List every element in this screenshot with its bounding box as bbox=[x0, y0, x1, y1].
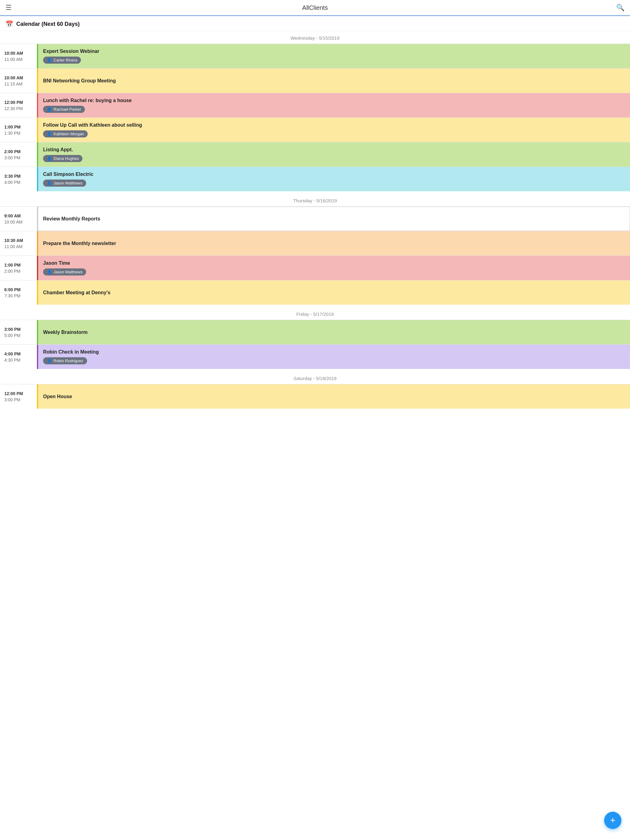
event-content: Robin Check in Meeting👤Robin Rodriguez bbox=[37, 345, 630, 369]
contact-name: Carter Rivera bbox=[54, 58, 77, 62]
end-time: 11:00 AM bbox=[4, 244, 33, 249]
event-time: 1:00 PM2:00 PM bbox=[0, 256, 37, 280]
end-time: 2:00 PM bbox=[4, 269, 33, 274]
event-row[interactable]: 4:00 PM4:30 PMRobin Check in Meeting👤Rob… bbox=[0, 344, 630, 369]
person-icon: 👤 bbox=[47, 270, 52, 274]
event-title: Chamber Meeting at Denny's bbox=[43, 290, 625, 295]
end-time: 4:30 PM bbox=[4, 358, 33, 363]
end-time: 4:00 PM bbox=[4, 180, 33, 185]
contact-name: Diana Hughes bbox=[54, 156, 79, 161]
event-time: 12:00 PM12:30 PM bbox=[0, 93, 37, 117]
start-time: 10:30 AM bbox=[4, 238, 33, 243]
end-time: 1:30 PM bbox=[4, 131, 33, 136]
end-time: 7:30 PM bbox=[4, 293, 33, 298]
end-time: 3:00 PM bbox=[4, 155, 33, 160]
calendar-icon: 📅 bbox=[6, 20, 13, 28]
event-row[interactable]: 10:00 AM11:15 AMBNI Networking Group Mee… bbox=[0, 68, 630, 93]
contact-name: Rachael Parker bbox=[54, 107, 81, 112]
event-row[interactable]: 3:00 PM5:00 PMWeekly Brainstorm bbox=[0, 320, 630, 344]
event-time: 3:30 PM4:00 PM bbox=[0, 167, 37, 191]
contact-badge[interactable]: 👤Diana Hughes bbox=[43, 155, 82, 162]
contact-badge[interactable]: 👤Kathleen Morgan bbox=[43, 130, 88, 137]
event-content: Jason Time👤Jason Matthews bbox=[37, 256, 630, 280]
start-time: 12:00 PM bbox=[4, 100, 33, 105]
event-content: BNI Networking Group Meeting bbox=[37, 69, 630, 93]
header: ☰ AllClients 🔍 bbox=[0, 0, 630, 16]
contact-name: Kathleen Morgan bbox=[54, 132, 84, 136]
start-time: 3:00 PM bbox=[4, 327, 33, 332]
event-content: Open House bbox=[37, 384, 630, 409]
contact-badge[interactable]: 👤Jason Matthews bbox=[43, 268, 86, 275]
event-title: Jason Time bbox=[43, 261, 625, 266]
page-title-bar: 📅 Calendar (Next 60 Days) bbox=[0, 16, 630, 31]
day-header: Thursday - 5/16/2019 bbox=[0, 194, 630, 206]
start-time: 2:00 PM bbox=[4, 149, 33, 154]
event-content: Chamber Meeting at Denny's bbox=[37, 280, 630, 305]
start-time: 1:00 PM bbox=[4, 125, 33, 129]
event-title: Lunch with Rachel re: buying a house bbox=[43, 98, 625, 103]
contact-name: Jason Matthews bbox=[54, 181, 82, 185]
event-time: 10:00 AM11:00 AM bbox=[0, 44, 37, 68]
event-content: Prepare the Monthly newsletter bbox=[37, 231, 630, 256]
event-time: 4:00 PM4:30 PM bbox=[0, 345, 37, 369]
event-title: Review Monthly Reports bbox=[43, 216, 625, 222]
menu-icon[interactable]: ☰ bbox=[6, 4, 15, 12]
event-content: Expert Session Webinar👤Carter Rivera bbox=[37, 44, 630, 68]
event-content: Listing Appt.👤Diana Hughes bbox=[37, 142, 630, 167]
event-title: BNI Networking Group Meeting bbox=[43, 78, 625, 84]
person-icon: 👤 bbox=[47, 132, 52, 136]
person-icon: 👤 bbox=[47, 58, 52, 62]
contact-badge[interactable]: 👤Carter Rivera bbox=[43, 57, 81, 64]
event-row[interactable]: 10:30 AM11:00 AMPrepare the Monthly news… bbox=[0, 231, 630, 256]
event-title: Follow Up Call with Kathleen about selli… bbox=[43, 122, 625, 128]
contact-badge[interactable]: 👤Jason Matthews bbox=[43, 180, 86, 186]
start-time: 10:00 AM bbox=[4, 51, 33, 56]
event-row[interactable]: 6:00 PM7:30 PMChamber Meeting at Denny's bbox=[0, 280, 630, 305]
event-row[interactable]: 9:00 AM10:00 AMReview Monthly Reports bbox=[0, 206, 630, 231]
event-time: 3:00 PM5:00 PM bbox=[0, 320, 37, 344]
start-time: 6:00 PM bbox=[4, 287, 33, 292]
contact-badge[interactable]: 👤Robin Rodriguez bbox=[43, 357, 87, 364]
start-time: 1:00 PM bbox=[4, 262, 33, 267]
event-row[interactable]: 3:30 PM4:00 PMCall Simpson Electric👤Jaso… bbox=[0, 167, 630, 191]
search-icon[interactable]: 🔍 bbox=[615, 4, 624, 12]
end-time: 11:15 AM bbox=[4, 82, 33, 87]
calendar-container: Wednesday - 5/15/201910:00 AM11:00 AMExp… bbox=[0, 31, 630, 409]
person-icon: 👤 bbox=[47, 181, 52, 185]
event-row[interactable]: 2:00 PM3:00 PMListing Appt.👤Diana Hughes bbox=[0, 142, 630, 167]
app-title: AllClients bbox=[15, 4, 615, 11]
page-title: Calendar (Next 60 Days) bbox=[16, 21, 80, 27]
day-header: Saturday - 5/18/2019 bbox=[0, 371, 630, 384]
event-row[interactable]: 12:00 PM3:00 PMOpen House bbox=[0, 384, 630, 409]
event-row[interactable]: 1:00 PM1:30 PMFollow Up Call with Kathle… bbox=[0, 117, 630, 142]
event-title: Weekly Brainstorm bbox=[43, 330, 625, 335]
start-time: 12:00 PM bbox=[4, 391, 33, 396]
event-time: 1:00 PM1:30 PM bbox=[0, 118, 37, 142]
event-row[interactable]: 10:00 AM11:00 AMExpert Session Webinar👤C… bbox=[0, 44, 630, 68]
end-time: 5:00 PM bbox=[4, 333, 33, 338]
day-header: Wednesday - 5/15/2019 bbox=[0, 31, 630, 44]
end-time: 11:00 AM bbox=[4, 57, 33, 62]
day-header: Friday - 5/17/2019 bbox=[0, 307, 630, 320]
day-section: Thursday - 5/16/20199:00 AM10:00 AMRevie… bbox=[0, 194, 630, 305]
event-title: Open House bbox=[43, 394, 625, 399]
start-time: 4:00 PM bbox=[4, 351, 33, 356]
event-row[interactable]: 12:00 PM12:30 PMLunch with Rachel re: bu… bbox=[0, 93, 630, 117]
event-content: Weekly Brainstorm bbox=[37, 320, 630, 344]
event-time: 6:00 PM7:30 PM bbox=[0, 280, 37, 305]
contact-name: Jason Matthews bbox=[54, 270, 82, 274]
event-title: Prepare the Monthly newsletter bbox=[43, 241, 625, 246]
start-time: 9:00 AM bbox=[4, 213, 33, 218]
person-icon: 👤 bbox=[47, 358, 52, 363]
event-time: 10:00 AM11:15 AM bbox=[0, 69, 37, 93]
contact-badge[interactable]: 👤Rachael Parker bbox=[43, 106, 85, 113]
event-row[interactable]: 1:00 PM2:00 PMJason Time👤Jason Matthews bbox=[0, 256, 630, 280]
event-content: Review Monthly Reports bbox=[37, 207, 630, 231]
event-time: 2:00 PM3:00 PM bbox=[0, 142, 37, 167]
day-section: Saturday - 5/18/201912:00 PM3:00 PMOpen … bbox=[0, 371, 630, 409]
end-time: 10:00 AM bbox=[4, 219, 33, 224]
start-time: 10:00 AM bbox=[4, 75, 33, 80]
event-content: Call Simpson Electric👤Jason Matthews bbox=[37, 167, 630, 191]
event-time: 10:30 AM11:00 AM bbox=[0, 231, 37, 256]
end-time: 3:00 PM bbox=[4, 397, 33, 402]
